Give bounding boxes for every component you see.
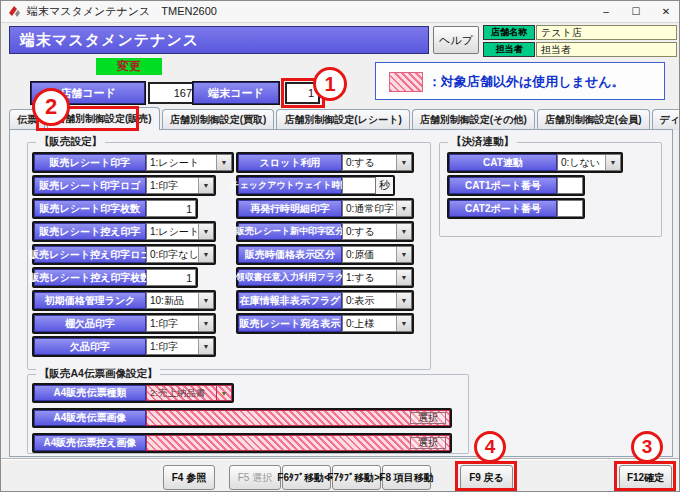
field-label: 販売レシート印字ロゴ [34,177,146,194]
field-dropdown[interactable]: 0:原価 ▼ [342,246,412,263]
app-icon [8,5,21,18]
chevron-down-icon: ▼ [396,201,411,216]
field-dropdown-restricted[interactable]: 2:売上納品書 ▼ [146,385,232,401]
field-row: 初期価格管理ランク 10:新品 ▼ [32,290,216,311]
tab-display-settings[interactable]: ディスプレイ設定 [652,109,680,130]
chevron-down-icon: ▼ [216,386,231,400]
field-input[interactable]: 1 [146,200,196,217]
mode-change-badge: 変更 [96,58,162,75]
f7-tab-next-button[interactable]: F7ﾀﾌﾞ移動>> [332,465,381,490]
f12-confirm-button[interactable]: F12確定 [619,465,672,490]
a4-image-group-title: 【販売A4伝票画像設定】 [36,367,160,381]
field-input[interactable] [557,177,583,194]
field-dropdown[interactable]: 0:する ▼ [342,154,412,171]
sales-settings-group-title: 【販売設定】 [36,135,105,149]
field-row: 領収書任意入力利用フラグ 1:する ▼ [236,267,414,288]
tab-kaitori-settings[interactable]: 店舗別制御設定(買取) [162,109,275,130]
annotation-circle-3: 3 [631,431,663,463]
f6-tab-prev-button[interactable]: F6ﾀﾌﾞ移動<< [282,465,331,490]
unit-label: 秒 [376,177,393,194]
field-row: 販売レシート印字枚数 1 [32,198,198,219]
chevron-down-icon: ▼ [396,293,411,308]
tab-page-sales: 【販売設定】 【決済連動】 【販売A4伝票画像設定】 販売レシート印字 1:レシ… [9,129,673,457]
field-row: A4販売伝票種類 2:売上納品書 ▼ [32,383,234,403]
field-row: 欠品印字 1:印字 ▼ [32,336,216,357]
f9-back-button[interactable]: F9 戻る [460,465,513,490]
field-label: 在庫情報非表示フラグ [238,292,342,309]
field-label: A4販売伝票画像 [34,410,146,426]
field-row: 販売時価格表示区分 0:原価 ▼ [236,244,414,265]
chevron-down-icon: ▼ [396,316,411,331]
chevron-down-icon: ▼ [605,155,620,170]
field-label: 販売レシート宛名表示 [238,315,342,332]
field-dropdown[interactable]: 0:印字なし ▼ [146,246,214,263]
annotation-circle-4: 4 [474,431,506,463]
window-titlebar: 端末マスタメンテナンス TMEN2600 – ☐ ✕ [1,1,680,23]
field-label: A4販売伝票種類 [34,385,146,401]
field-input[interactable] [342,177,376,194]
field-dropdown[interactable]: 1:印字 ▼ [146,315,214,332]
annotation-circle-1: 1 [313,67,347,101]
staff-value: 担当者 [536,42,677,57]
sales-middle-column: スロット利用 0:する ▼ チェックアウトウェイト時間 秒 再発行時明細印字 0… [236,152,414,334]
legend-box: ：対象店舗以外は使用しません。 [375,62,665,100]
f8-item-move-button[interactable]: F8 項目移動 [382,465,431,490]
chevron-down-icon: ▼ [396,155,411,170]
select-image-button[interactable]: 選択 [410,437,446,449]
field-label: 販売レシート印字枚数 [34,200,146,217]
field-label: 領収書任意入力利用フラグ [238,269,342,286]
chevron-down-icon: ▼ [198,247,213,262]
application-window: { "window": { "title": "端末マスタメンテナンス TMEN… [0,0,680,492]
field-input[interactable] [557,200,583,217]
maximize-button[interactable]: ☐ [621,1,651,23]
help-button[interactable]: ヘルプ [433,26,479,54]
tab-member-settings[interactable]: 店舗別制御設定(会員) [537,109,650,130]
field-label: 販売時価格表示区分 [238,246,342,263]
field-dropdown[interactable]: 0:通常印字 ▼ [342,200,412,217]
store-name-value: テスト店 [536,25,677,40]
tab-receipt-settings[interactable]: 店舗別制御設定(レシート) [276,109,409,130]
image-path-field-restricted: 選択 [146,410,450,426]
close-button[interactable]: ✕ [651,1,680,23]
field-dropdown[interactable]: 0:上様 ▼ [342,315,412,332]
field-label: 欠品印字 [34,338,146,355]
legend-text: ：対象店舗以外は使用しません。 [428,63,625,101]
field-dropdown[interactable]: 1:印字 ▼ [146,338,214,355]
field-row: A4販売伝票画像 選択 [32,408,452,428]
store-code-input[interactable]: 167 [148,82,198,104]
field-row: 販売レシート宛名表示 0:上様 ▼ [236,313,414,334]
sales-left-column: 販売レシート印字 1:レシート ▼ 販売レシート印字ロゴ 1:印字 ▼ 販売レシ… [32,152,234,357]
minimize-button[interactable]: – [591,1,621,23]
field-row: 販売レシート印字 1:レシート ▼ [32,152,234,173]
chevron-down-icon: ▼ [198,339,213,354]
chevron-down-icon: ▼ [198,293,213,308]
field-label: 初期価格管理ランク [34,292,146,309]
chevron-down-icon: ▼ [198,316,213,331]
image-path-field-restricted: 選択 [146,435,450,451]
chevron-down-icon: ▼ [216,155,231,170]
function-key-bar: F4 参照 F5 選択 F6ﾀﾌﾞ移動<< F7ﾀﾌﾞ移動>> F8 項目移動 … [1,459,680,492]
field-row: CAT1ポート番号 [447,175,585,196]
field-label: 販売レシート控え印字ロゴ [34,246,146,263]
field-label: 販売レシート印字 [34,154,146,171]
field-label: CAT連動 [449,154,557,171]
payment-column: CAT連動 0:しない ▼ CAT1ポート番号 CAT2ポート番号 [447,152,623,219]
field-dropdown[interactable]: 1:する ▼ [342,269,412,286]
f4-refer-button[interactable]: F4 参照 [163,465,215,490]
field-dropdown[interactable]: 10:新品 ▼ [146,292,214,309]
field-label: A4販売伝票控え画像 [34,435,146,451]
field-row: 再発行時明細印字 0:通常印字 ▼ [236,198,414,219]
field-input[interactable]: 1 [146,269,196,286]
field-label: チェックアウトウェイト時間 [238,177,342,194]
field-row: チェックアウトウェイト時間 秒 [236,175,395,196]
field-dropdown[interactable]: 0:する ▼ [342,223,412,240]
field-dropdown[interactable]: 1:レシート ▼ [146,223,214,240]
tab-other-settings[interactable]: 店舗別制御設定(その他) [412,109,535,130]
select-image-button[interactable]: 選択 [410,412,446,424]
staff-label: 担当者 [483,42,535,57]
field-dropdown[interactable]: 0:表示 ▼ [342,292,412,309]
field-dropdown[interactable]: 1:印字 ▼ [146,177,214,194]
field-row: A4販売伝票控え画像 選択 [32,433,452,453]
field-dropdown[interactable]: 0:しない ▼ [557,154,621,171]
field-dropdown[interactable]: 1:レシート ▼ [146,154,232,171]
